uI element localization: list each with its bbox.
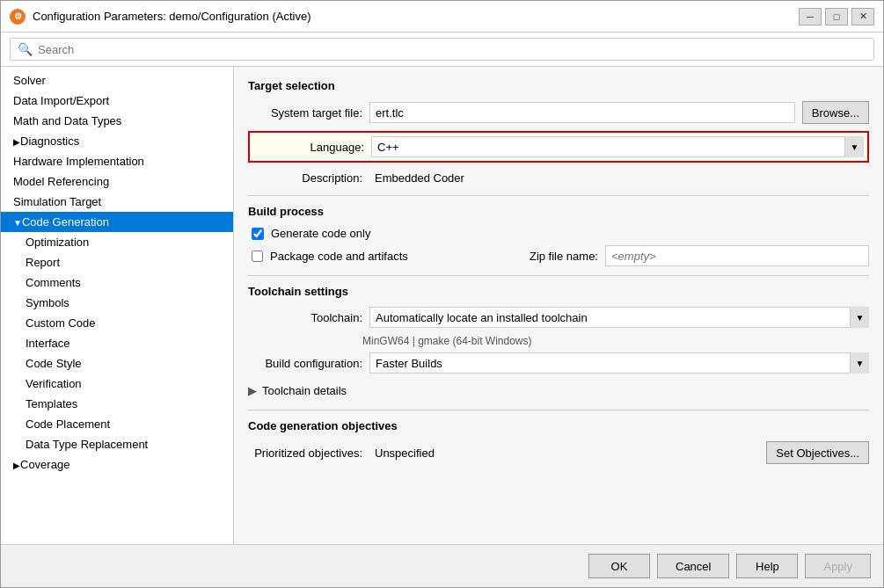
prioritized-label: Prioritized objectives: (248, 446, 362, 460)
generate-code-row: Generate code only (248, 227, 869, 240)
language-select-wrapper: C C++ ▼ (371, 136, 864, 157)
app-icon: ⚙ (10, 9, 26, 25)
maximize-button[interactable]: □ (825, 8, 848, 25)
sidebar-item-diagnostics[interactable]: ▶Diagnostics (1, 131, 233, 151)
description-row: Description: Embedded Coder (248, 170, 869, 186)
sidebar-item-data-import-export[interactable]: Data Import/Export (1, 91, 233, 111)
ok-button[interactable]: OK (588, 554, 650, 578)
generate-code-checkbox[interactable] (252, 228, 264, 240)
sidebar-item-symbols[interactable]: Symbols (1, 293, 233, 313)
sidebar-item-code-generation[interactable]: ▼Code Generation (1, 212, 233, 232)
sidebar-item-code-style[interactable]: Code Style (1, 353, 233, 374)
toolchain-hint: MinGW64 | gmake (64-bit Windows) (248, 335, 869, 347)
language-select[interactable]: C C++ (371, 136, 864, 157)
zip-file-input[interactable] (605, 245, 869, 266)
title-bar: ⚙ Configuration Parameters: demo/Configu… (1, 1, 883, 33)
window-controls: ─ □ ✕ (799, 8, 874, 25)
description-label: Description: (248, 171, 362, 185)
minimize-button[interactable]: ─ (799, 8, 822, 25)
help-button[interactable]: Help (736, 554, 798, 578)
toolchain-select[interactable]: Automatically locate an installed toolch… (369, 307, 869, 328)
divider-1 (248, 195, 869, 196)
toolchain-row: Toolchain: Automatically locate an insta… (248, 307, 869, 328)
language-label: Language: (253, 141, 364, 154)
description-value: Embedded Coder (369, 170, 869, 186)
sidebar-item-math-data-types[interactable]: Math and Data Types (1, 111, 233, 131)
sidebar: SolverData Import/ExportMath and Data Ty… (1, 67, 234, 544)
sidebar-label-symbols: Symbols (26, 296, 69, 309)
browse-button[interactable]: Browse... (802, 101, 869, 124)
footer: OK Cancel Help Apply (1, 544, 883, 587)
build-process-title: Build process (248, 205, 869, 218)
sidebar-item-custom-code[interactable]: Custom Code (1, 313, 233, 333)
window-title: Configuration Parameters: demo/Configura… (33, 10, 792, 23)
sidebar-label-custom-code: Custom Code (26, 316, 95, 330)
sidebar-item-coverage[interactable]: ▶Coverage (1, 454, 233, 475)
sidebar-arrow-coverage: ▶ (13, 461, 20, 470)
generate-code-label: Generate code only (271, 227, 370, 240)
sidebar-label-data-import-export: Data Import/Export (13, 94, 109, 107)
set-objectives-button[interactable]: Set Objectives... (766, 441, 869, 464)
package-code-row: Package code and artifacts Zip file name… (248, 245, 869, 266)
sidebar-label-model-referencing: Model Referencing (13, 175, 109, 188)
build-config-label: Build configuration: (248, 357, 362, 370)
sidebar-label-coverage: Coverage (20, 458, 69, 471)
sidebar-item-model-referencing[interactable]: Model Referencing (1, 171, 233, 192)
sidebar-label-optimization: Optimization (26, 236, 89, 249)
system-target-row: System target file: Browse... (248, 101, 869, 124)
sidebar-label-math-data-types: Math and Data Types (13, 114, 121, 127)
close-button[interactable]: ✕ (851, 8, 874, 25)
main-window: ⚙ Configuration Parameters: demo/Configu… (0, 0, 884, 588)
sidebar-label-templates: Templates (26, 397, 77, 410)
sidebar-label-verification: Verification (26, 377, 82, 390)
sidebar-label-code-placement: Code Placement (26, 417, 110, 431)
sidebar-item-comments[interactable]: Comments (1, 272, 233, 293)
package-code-label: Package code and artifacts (270, 250, 408, 263)
cancel-button[interactable]: Cancel (657, 554, 729, 578)
sidebar-item-interface[interactable]: Interface (1, 333, 233, 353)
sidebar-item-data-type-replacement[interactable]: Data Type Replacement (1, 434, 233, 454)
package-code-checkbox[interactable] (252, 250, 263, 262)
sidebar-label-report: Report (26, 256, 60, 269)
toolchain-details-arrow: ▶ (248, 384, 257, 397)
toolchain-details-toggle[interactable]: ▶ Toolchain details (248, 381, 869, 401)
main-content: SolverData Import/ExportMath and Data Ty… (1, 67, 883, 544)
build-config-row: Build configuration: Faster Builds Debug… (248, 352, 869, 374)
sidebar-label-comments: Comments (26, 276, 81, 289)
sidebar-label-code-generation: Code Generation (22, 215, 109, 229)
objectives-row: Prioritized objectives: Unspecified Set … (248, 441, 869, 464)
sidebar-label-interface: Interface (26, 337, 70, 350)
search-input[interactable] (38, 43, 866, 56)
sidebar-label-simulation-target: Simulation Target (13, 195, 101, 208)
sidebar-item-hardware-implementation[interactable]: Hardware Implementation (1, 151, 233, 171)
search-bar: 🔍 (1, 33, 883, 67)
sidebar-item-templates[interactable]: Templates (1, 394, 233, 414)
divider-2 (248, 275, 869, 276)
prioritized-value: Unspecified (369, 445, 759, 461)
target-selection-title: Target selection (248, 79, 869, 92)
search-icon: 🔍 (18, 42, 33, 56)
sidebar-item-simulation-target[interactable]: Simulation Target (1, 192, 233, 212)
sidebar-label-code-style: Code Style (26, 357, 82, 370)
apply-button[interactable]: Apply (805, 554, 871, 578)
build-process-section: Build process Generate code only Package… (248, 205, 869, 266)
sidebar-arrow-diagnostics: ▶ (13, 137, 20, 147)
sidebar-label-solver: Solver (13, 74, 46, 87)
system-target-input[interactable] (369, 102, 795, 123)
toolchain-label: Toolchain: (248, 311, 362, 324)
sidebar-item-verification[interactable]: Verification (1, 374, 233, 394)
sidebar-item-optimization[interactable]: Optimization (1, 232, 233, 252)
build-config-select[interactable]: Faster Builds Debug Specify (369, 352, 869, 374)
sidebar-item-report[interactable]: Report (1, 252, 233, 272)
sidebar-item-code-placement[interactable]: Code Placement (1, 414, 233, 434)
system-target-label: System target file: (248, 106, 362, 120)
zip-file-label: Zip file name: (530, 250, 598, 263)
sidebar-label-diagnostics: Diagnostics (20, 134, 79, 148)
objectives-section: Code generation objectives Prioritized o… (248, 419, 869, 464)
language-row: Language: C C++ ▼ (248, 131, 869, 163)
objectives-title: Code generation objectives (248, 419, 869, 432)
right-panel: Target selection System target file: Bro… (234, 67, 883, 544)
sidebar-item-solver[interactable]: Solver (1, 70, 233, 91)
toolchain-details-label: Toolchain details (262, 384, 347, 397)
build-config-select-wrapper: Faster Builds Debug Specify ▼ (369, 352, 869, 374)
